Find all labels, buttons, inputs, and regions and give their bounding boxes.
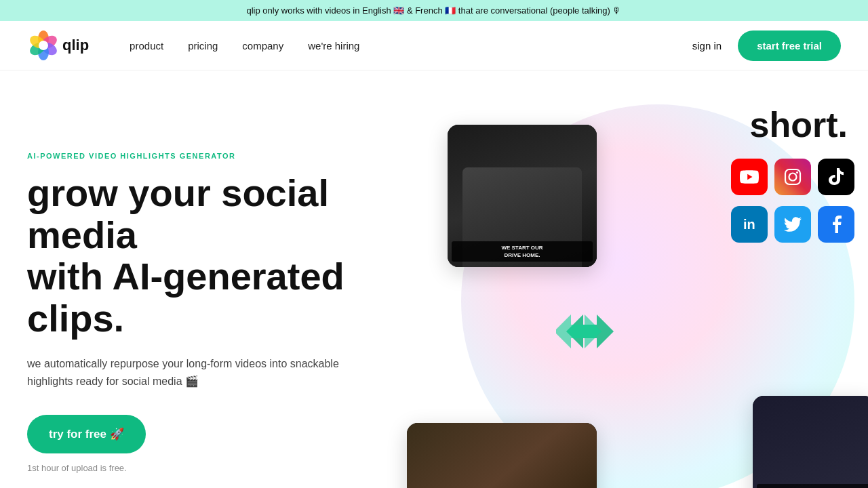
nav-right: sign in start free trial <box>692 30 841 61</box>
video-caption-top: WE START OURDRIVE HOME. <box>452 241 593 262</box>
top-banner: qlip only works with videos in English 🇬… <box>0 0 868 21</box>
qlip-logo-icon <box>27 29 60 62</box>
short-label: short. <box>750 104 848 145</box>
hero-title-line2: with AI-generated clips. <box>27 255 344 340</box>
nav-product[interactable]: product <box>130 40 163 52</box>
twitter-icon <box>774 206 811 243</box>
hero-subtitle: we automatically repurpose your long-for… <box>27 355 353 390</box>
logo-text: qlip <box>62 37 89 54</box>
instagram-icon <box>774 159 811 195</box>
logo-link[interactable]: qlip <box>27 29 89 62</box>
linkedin-icon: in <box>731 206 768 243</box>
hero-left: AI-POWERED VIDEO HIGHLIGHTS GENERATOR gr… <box>27 111 420 473</box>
hero-visuals: short. in <box>407 84 868 488</box>
nav-pricing[interactable]: pricing <box>188 40 218 52</box>
tiktok-icon <box>818 159 854 195</box>
start-trial-button[interactable]: start free trial <box>738 30 841 61</box>
qlip-arrows-icon <box>556 301 617 362</box>
hero-badge: AI-POWERED VIDEO HIGHLIGHTS GENERATOR <box>27 152 420 160</box>
try-free-button[interactable]: try for free 🚀 <box>27 415 146 453</box>
video-card-bottom-right: LOVE 'EM.VIRTUAL RESTAURANTS ANDWE OPEN … <box>753 396 868 488</box>
nav-hiring[interactable]: we're hiring <box>308 40 359 52</box>
svg-text:in: in <box>743 217 755 232</box>
svg-point-9 <box>789 174 797 181</box>
video-card-bottom-left <box>407 423 597 488</box>
social-row-1 <box>731 159 854 195</box>
navbar: qlip product pricing company we're hirin… <box>0 21 868 70</box>
hero-title-line1: grow your social media <box>27 171 329 256</box>
svg-point-10 <box>796 171 798 174</box>
social-row-2: in <box>731 206 854 243</box>
facebook-icon <box>818 206 854 243</box>
video-card-top: WE START OURDRIVE HOME. <box>448 125 597 267</box>
video-placeholder-top: WE START OURDRIVE HOME. <box>448 125 597 267</box>
svg-point-7 <box>39 41 48 50</box>
svg-rect-8 <box>785 169 800 184</box>
nav-links: product pricing company we're hiring <box>130 40 692 52</box>
nav-company[interactable]: company <box>242 40 283 52</box>
hero-title: grow your social media with AI-generated… <box>27 172 420 339</box>
hero-section: AI-POWERED VIDEO HIGHLIGHTS GENERATOR gr… <box>0 70 868 488</box>
banner-text: qlip only works with videos in English 🇬… <box>247 5 622 16</box>
sign-in-link[interactable]: sign in <box>692 40 722 52</box>
upload-note: 1st hour of upload is free. <box>27 463 420 473</box>
youtube-icon <box>731 159 768 195</box>
